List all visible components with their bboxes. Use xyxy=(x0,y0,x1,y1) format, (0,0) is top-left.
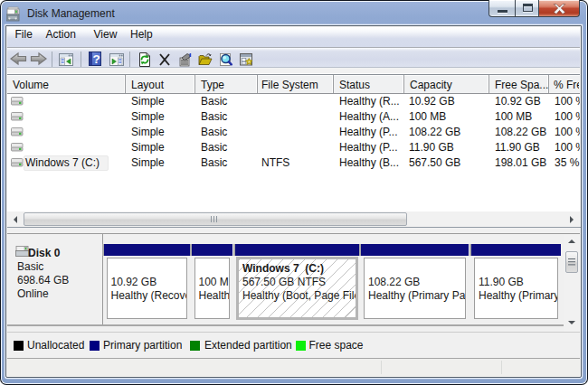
svg-text:?: ? xyxy=(92,52,100,65)
